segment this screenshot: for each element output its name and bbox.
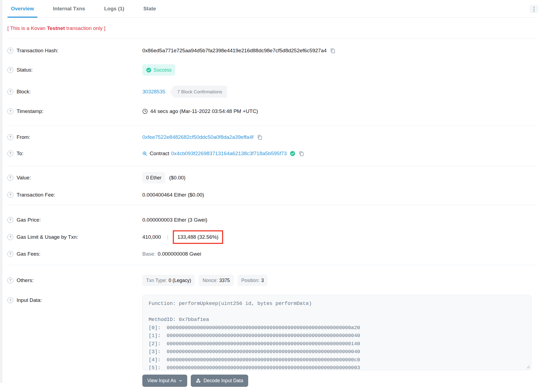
warning-suffix: transaction only ] bbox=[65, 25, 106, 31]
row-transaction-fee: ? Transaction Fee: 0.000400464 Ether ($0… bbox=[7, 191, 537, 198]
help-icon[interactable]: ? bbox=[7, 297, 13, 303]
input-data-label: Input Data: bbox=[17, 297, 42, 303]
annotation-highlight-box: 133,488 (32.56%) bbox=[173, 230, 223, 244]
row-value: ? Value: 0 Ether ($0.00) bbox=[7, 172, 537, 183]
row-from: ? From: 0xfee7522e8482682cf50ddc50a0f8da… bbox=[7, 134, 537, 141]
txn-type-badge: Txn Type: 0 (Legacy) bbox=[142, 275, 195, 286]
input-param-line: [5]: 00000000000000000000000000000000000… bbox=[149, 364, 525, 370]
timestamp-value: 44 secs ago (Mar-11-2022 03:54:48 PM +UT… bbox=[150, 108, 258, 115]
to-address-link[interactable]: 0x4cb093f226983713164a62138c3f718a5b595f… bbox=[171, 150, 287, 157]
input-methodid-line: MethodID: 0x7bbaf1ea bbox=[149, 316, 525, 324]
value-label: Value: bbox=[17, 174, 31, 181]
tab-state-label: State bbox=[143, 6, 156, 12]
nonce-value: 3375 bbox=[219, 277, 230, 284]
status-badge: Success bbox=[142, 64, 175, 76]
clock-icon bbox=[142, 109, 148, 114]
gas-limit-label: Gas Limit & Usage by Txn: bbox=[17, 234, 78, 241]
transaction-hash-value: 0x86ed5a771e725aa94d5b7fa2398e4419e216d8… bbox=[142, 47, 327, 54]
input-param-line: [0]: 00000000000000000000000000000000000… bbox=[149, 324, 525, 332]
help-icon[interactable]: ? bbox=[7, 134, 13, 140]
status-label: Status: bbox=[17, 66, 33, 74]
tab-logs-label: Logs (1) bbox=[104, 6, 124, 12]
nonce-label: Nonce: bbox=[202, 277, 217, 284]
row-status: ? Status: Success bbox=[7, 64, 537, 76]
row-gas-price: ? Gas Price: 0.000000003 Ether (3 Gwei) bbox=[7, 216, 537, 223]
row-input-data: ? Input Data: Function: performUpkeep(ui… bbox=[7, 295, 537, 370]
gas-usage-value: 133,488 (32.56%) bbox=[177, 234, 219, 241]
section-addresses: ? From: 0xfee7522e8482682cf50ddc50a0f8da… bbox=[7, 126, 537, 166]
help-icon[interactable]: ? bbox=[7, 217, 13, 223]
tab-internal-txns[interactable]: Internal Txns bbox=[50, 0, 89, 17]
resize-handle[interactable] bbox=[526, 365, 530, 369]
tab-logs[interactable]: Logs (1) bbox=[101, 0, 128, 17]
from-address-link[interactable]: 0xfee7522e8482682cf50ddc50a0f8da2a39effa… bbox=[142, 134, 254, 141]
others-label: Others: bbox=[17, 277, 33, 284]
magnifier-icon[interactable] bbox=[142, 151, 147, 156]
help-icon[interactable]: ? bbox=[7, 48, 13, 54]
txn-type-value: 0 (Legacy) bbox=[169, 277, 191, 284]
base-fee-label: Base: bbox=[142, 250, 156, 258]
status-value: Success bbox=[153, 66, 171, 74]
view-input-as-button[interactable]: View Input As bbox=[142, 375, 187, 387]
kebab-menu-button[interactable]: ⋮ bbox=[530, 5, 538, 13]
row-gas-limit-usage: ? Gas Limit & Usage by Txn: 410,000 | 13… bbox=[7, 230, 537, 244]
to-label: To: bbox=[17, 150, 23, 157]
help-icon[interactable]: ? bbox=[7, 277, 13, 283]
section-value-fee: ? Value: 0 Ether ($0.00) ? Transaction F… bbox=[7, 166, 537, 205]
timestamp-label: Timestamp: bbox=[17, 108, 44, 115]
input-data-textarea[interactable]: Function: performUpkeep(uint256 id, byte… bbox=[142, 295, 531, 370]
row-others: ? Others: Txn Type: 0 (Legacy) Nonce: 33… bbox=[7, 275, 537, 286]
value-usd: ($0.00) bbox=[169, 174, 185, 181]
help-icon[interactable]: ? bbox=[7, 108, 13, 114]
transaction-detail-card: Overview Internal Txns Logs (1) State ⋮ … bbox=[0, 0, 544, 392]
row-transaction-hash: ? Transaction Hash: 0x86ed5a771e725aa94d… bbox=[7, 47, 537, 54]
tab-bar: Overview Internal Txns Logs (1) State ⋮ bbox=[7, 0, 537, 18]
gas-fees-label: Gas Fees: bbox=[17, 250, 41, 258]
transaction-hash-label: Transaction Hash: bbox=[17, 47, 58, 54]
input-param-line: [2]: 00000000000000000000000000000000000… bbox=[149, 340, 525, 348]
section-gas: ? Gas Price: 0.000000003 Ether (3 Gwei) … bbox=[7, 205, 537, 265]
transaction-fee-label: Transaction Fee: bbox=[17, 191, 55, 198]
copy-icon[interactable] bbox=[257, 134, 263, 140]
row-gas-fees: ? Gas Fees: Base: 0.000000008 Gwei bbox=[7, 250, 537, 258]
copy-icon[interactable] bbox=[299, 151, 304, 157]
copy-icon[interactable] bbox=[330, 48, 336, 54]
section-overview-top: ? Transaction Hash: 0x86ed5a771e725aa94d… bbox=[7, 39, 537, 126]
tab-overview-label: Overview bbox=[11, 6, 34, 12]
help-icon[interactable]: ? bbox=[7, 175, 13, 181]
input-param-line: [3]: 00000000000000000000000000000000000… bbox=[149, 348, 525, 356]
testnet-warning: [ This is a Kovan Testnet transaction on… bbox=[7, 25, 105, 31]
tab-overview[interactable]: Overview bbox=[7, 0, 38, 17]
to-type-label: Contract bbox=[150, 150, 169, 157]
help-icon[interactable]: ? bbox=[7, 67, 13, 73]
tab-internal-txns-label: Internal Txns bbox=[53, 6, 85, 12]
section-others-input: ? Others: Txn Type: 0 (Legacy) Nonce: 33… bbox=[7, 265, 537, 392]
cubes-icon bbox=[196, 378, 201, 383]
help-icon[interactable]: ? bbox=[7, 234, 13, 240]
gas-limit-value: 410,000 bbox=[142, 234, 161, 241]
testnet-warning-row: [ This is a Kovan Testnet transaction on… bbox=[7, 18, 537, 39]
help-icon[interactable]: ? bbox=[7, 192, 13, 198]
kebab-icon: ⋮ bbox=[531, 6, 537, 12]
row-to: ? To: Contract 0x4cb093f226983713164a621… bbox=[7, 150, 537, 157]
gas-price-label: Gas Price: bbox=[17, 216, 41, 223]
nonce-badge: Nonce: 3375 bbox=[199, 275, 233, 286]
gas-price-value: 0.000000003 Ether (3 Gwei) bbox=[142, 216, 207, 223]
row-timestamp: ? Timestamp: 44 secs ago (Mar-11-2022 03… bbox=[7, 108, 537, 115]
help-icon[interactable]: ? bbox=[7, 89, 13, 95]
help-icon[interactable]: ? bbox=[7, 151, 13, 157]
tab-state[interactable]: State bbox=[140, 0, 159, 17]
value-badge: 0 Ether bbox=[142, 172, 165, 183]
block-confirmations-badge: 7 Block Confirmations bbox=[170, 86, 227, 98]
warning-prefix: [ This is a Kovan bbox=[7, 25, 47, 31]
input-function-line: Function: performUpkeep(uint256 id, byte… bbox=[149, 300, 525, 308]
decode-input-data-button[interactable]: Decode Input Data bbox=[191, 375, 248, 387]
transaction-fee-value: 0.000400464 Ether ($0.00) bbox=[142, 191, 204, 198]
block-number-link[interactable]: 30328535 bbox=[142, 88, 165, 95]
base-fee-value: 0.000000008 Gwei bbox=[158, 250, 201, 258]
help-icon[interactable]: ? bbox=[7, 251, 13, 257]
gas-separator: | bbox=[167, 234, 168, 241]
position-label: Position: bbox=[241, 277, 260, 284]
block-label: Block: bbox=[17, 88, 31, 95]
decode-input-data-label: Decode Input Data bbox=[204, 378, 243, 384]
